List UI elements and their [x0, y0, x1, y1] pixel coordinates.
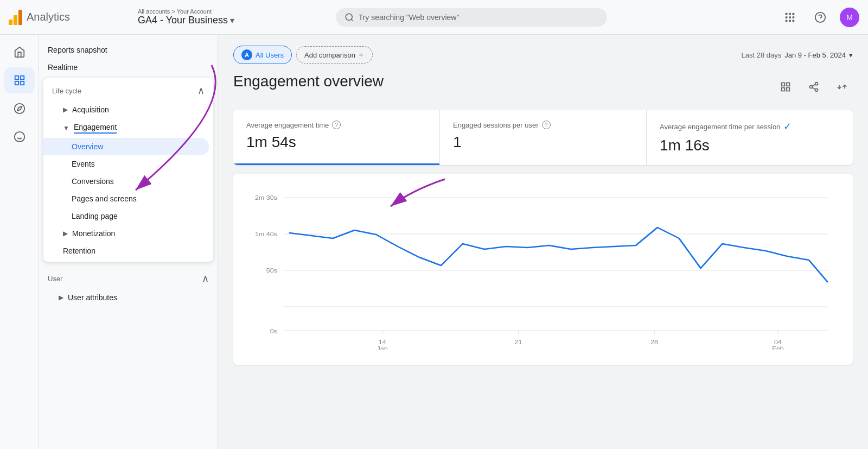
segment-label: All Users [256, 51, 284, 59]
all-users-pill[interactable]: A All Users [233, 46, 292, 64]
account-chevron-icon: ▾ [230, 15, 234, 26]
svg-rect-6 [789, 16, 791, 18]
text-sidebar: Reports snapshot Realtime Life cycle ∧ ▶… [39, 35, 218, 449]
chart-container: 2m 30s 1m 40s 50s 0s 14 Jan 21 28 04 Feb [233, 174, 853, 365]
topbar: Analytics All accounts > Your Account GA… [0, 0, 868, 35]
metric-engaged-sessions-label: Engaged sessions per user ? [453, 121, 633, 129]
monetization-label: Monetization [72, 229, 115, 238]
user-section: User ∧ ▶ User attributes [39, 268, 218, 306]
lifecycle-collapse-icon: ∧ [197, 85, 205, 97]
add-comparison-button[interactable]: Add comparison ＋ [296, 46, 373, 64]
user-section-header[interactable]: User ∧ [39, 268, 218, 289]
retention-label: Retention [63, 246, 95, 255]
svg-rect-23 [782, 88, 785, 91]
engagement-label: Engagement [74, 123, 117, 134]
date-range-chevron-icon: ▾ [849, 51, 853, 59]
svg-text:Feb: Feb [772, 345, 784, 350]
add-icon: ＋ [358, 50, 365, 60]
page-title: Engagement overview [233, 73, 384, 90]
avatar-letter: M [846, 13, 853, 22]
svg-rect-3 [789, 12, 791, 15]
main-layout: Reports snapshot Realtime Life cycle ∧ ▶… [0, 35, 868, 449]
svg-text:0s: 0s [270, 328, 277, 334]
svg-point-0 [346, 14, 352, 20]
sidebar-engagement[interactable]: ▼ Engagement [43, 118, 209, 138]
sidebar-retention[interactable]: Retention [43, 242, 209, 260]
account-name-row[interactable]: GA4 - Your Business ▾ [138, 15, 246, 26]
logo-area: Analytics [9, 10, 123, 25]
metric-avg-engagement: Average engagement time ? 1m 54s [233, 110, 440, 165]
svg-rect-5 [786, 16, 788, 18]
sidebar-engagement-landing[interactable]: Landing page [43, 207, 209, 225]
page-title-row: Engagement overview [233, 73, 853, 101]
engaged-sessions-info-icon[interactable]: ? [542, 121, 551, 129]
svg-text:04: 04 [774, 339, 782, 345]
svg-rect-2 [786, 12, 788, 15]
sidebar-monetization[interactable]: ▶ Monetization [43, 225, 209, 242]
user-section-expand-icon: ∧ [202, 273, 209, 284]
engagement-chart: 2m 30s 1m 40s 50s 0s 14 Jan 21 28 04 Feb [246, 187, 840, 350]
logo-bar-2 [14, 15, 17, 25]
sidebar-user-attributes[interactable]: ▶ User attributes [39, 289, 213, 306]
avg-engagement-info-icon[interactable]: ? [332, 121, 341, 129]
svg-text:2m 30s: 2m 30s [255, 194, 277, 201]
svg-rect-13 [15, 76, 18, 79]
svg-point-27 [815, 88, 818, 91]
sidebar-reports-snapshot[interactable]: Reports snapshot [39, 41, 213, 59]
sidebar-engagement-events[interactable]: Events [43, 155, 209, 173]
icon-sidebar [0, 35, 39, 449]
sidebar-engagement-overview[interactable]: Overview [43, 138, 209, 155]
svg-rect-22 [787, 83, 790, 86]
svg-text:50s: 50s [266, 267, 277, 274]
sidebar-acquisition[interactable]: ▶ Acquisition [43, 101, 209, 118]
nav-home[interactable] [4, 39, 35, 65]
share-button[interactable] [803, 76, 825, 98]
search-bar[interactable]: Try searching "Web overview" [336, 8, 607, 27]
metric-avg-engagement-value: 1m 54s [246, 134, 426, 151]
search-icon [344, 12, 354, 22]
apps-button[interactable] [779, 7, 801, 28]
svg-point-17 [14, 104, 24, 113]
date-range-selector[interactable]: Last 28 days Jan 9 - Feb 5, 2024 ▾ [742, 51, 853, 59]
acquisition-label: Acquisition [72, 105, 109, 114]
pill-letter: A [241, 49, 252, 60]
customize-report-button[interactable] [775, 76, 796, 98]
check-icon: ✓ [783, 121, 792, 132]
date-range-label: Last 28 days [742, 51, 782, 59]
compare-button[interactable] [831, 76, 853, 98]
add-comparison-label: Add comparison [304, 51, 355, 59]
sidebar-engagement-conversions[interactable]: Conversions [43, 173, 209, 190]
account-selector[interactable]: All accounts > Your Account GA4 - Your B… [138, 8, 246, 26]
sidebar-realtime[interactable]: Realtime [39, 59, 213, 76]
logo-bar-3 [18, 10, 22, 25]
svg-point-18 [14, 132, 24, 142]
lifecycle-header[interactable]: Life cycle ∧ [43, 80, 213, 101]
svg-rect-9 [789, 20, 791, 22]
lifecycle-panel: Life cycle ∧ ▶ Acquisition ▼ Engagement … [43, 78, 213, 262]
topbar-icons: M [779, 7, 859, 28]
engagement-expand-icon: ▼ [63, 124, 69, 132]
landing-label: Landing page [72, 212, 118, 220]
metric-engaged-sessions: Engaged sessions per user ? 1 [440, 110, 647, 165]
metric-avg-engagement-label: Average engagement time ? [246, 121, 426, 129]
svg-rect-24 [787, 88, 790, 91]
metric-avg-engagement-session-label: Average engagement time per session ✓ [660, 121, 840, 132]
svg-line-28 [812, 87, 815, 89]
user-avatar[interactable]: M [840, 8, 859, 27]
nav-explore[interactable] [4, 96, 35, 122]
nav-reports[interactable] [4, 67, 35, 93]
svg-point-25 [815, 83, 818, 85]
svg-rect-14 [20, 76, 23, 79]
nav-advertising[interactable] [4, 124, 35, 150]
help-button[interactable] [809, 7, 831, 28]
svg-rect-16 [20, 81, 23, 85]
user-attributes-expand-icon: ▶ [59, 294, 63, 301]
logo-bar-1 [9, 20, 12, 25]
search-placeholder: Try searching "Web overview" [359, 13, 459, 22]
content-header: A All Users Add comparison ＋ Last 28 day… [233, 46, 853, 64]
svg-rect-4 [793, 12, 795, 15]
metrics-row: Average engagement time ? 1m 54s Engaged… [233, 110, 853, 165]
svg-rect-10 [793, 20, 795, 22]
user-attributes-label: User attributes [68, 293, 117, 302]
sidebar-engagement-pages[interactable]: Pages and screens [43, 190, 209, 207]
